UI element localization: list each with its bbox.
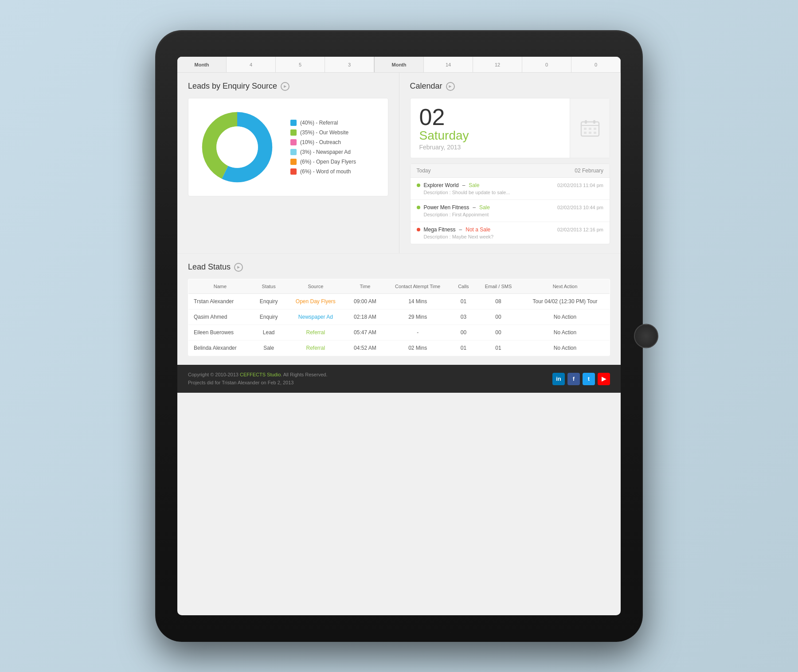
footer: Copyright © 2010-2013 CEFFECTS Studio. A… bbox=[177, 365, 621, 393]
svg-rect-11 bbox=[593, 120, 595, 124]
row4-email-sms: 01 bbox=[476, 340, 520, 356]
col-time: Time bbox=[345, 279, 384, 294]
leads-section-title: Leads by Enquiry Source ► bbox=[188, 82, 388, 91]
event-status-3: Not a Sale bbox=[466, 227, 490, 233]
legend-dot-openday bbox=[290, 159, 297, 165]
topbar-left-col2: 5 bbox=[276, 57, 325, 72]
event-time-1: 02/02/2013 11:04 pm bbox=[557, 183, 603, 188]
event-name-2: Power Men Fitness – Sale bbox=[417, 204, 490, 211]
svg-point-7 bbox=[216, 126, 258, 168]
col-calls: Calls bbox=[451, 279, 476, 294]
svg-rect-13 bbox=[589, 128, 591, 130]
col-status: Status bbox=[252, 279, 286, 294]
row4-source[interactable]: Referral bbox=[286, 340, 345, 356]
youtube-icon[interactable]: ▶ bbox=[598, 373, 610, 385]
table-row: Eileen Buerowes Lead Referral 05:47 AM -… bbox=[188, 325, 610, 340]
event-desc-3: Description : Maybe Next week? bbox=[417, 234, 604, 239]
facebook-icon[interactable]: f bbox=[567, 373, 580, 385]
row3-calls: 00 bbox=[451, 325, 476, 340]
lead-status-section: Lead Status ► Name Status Source Time Co… bbox=[177, 253, 621, 365]
table-row: Qasim Ahmed Enquiry Newspaper Ad 02:18 A… bbox=[188, 309, 610, 325]
row1-next-action: Tour 04/02 (12:30 PM) Tour bbox=[520, 294, 610, 309]
row3-time: 05:47 AM bbox=[345, 325, 384, 340]
today-label: Today bbox=[417, 168, 431, 174]
legend-item-outreach: (10%) - Outreach bbox=[290, 139, 356, 145]
col-contact-time: Contact Atempt Time bbox=[385, 279, 451, 294]
event-top-2: Power Men Fitness – Sale 02/02/2013 10:4… bbox=[417, 204, 604, 211]
row2-email-sms: 00 bbox=[476, 309, 520, 325]
svg-rect-12 bbox=[584, 128, 587, 130]
chart-legend: (40%) - Referral (35%) - Our Website (10… bbox=[290, 120, 356, 175]
row4-status: Sale bbox=[252, 340, 286, 356]
row3-email-sms: 00 bbox=[476, 325, 520, 340]
event-time-3: 02/02/2013 12:16 pm bbox=[557, 227, 603, 232]
row1-time: 09:00 AM bbox=[345, 294, 384, 309]
social-icons: in f t ▶ bbox=[552, 373, 610, 385]
row3-source[interactable]: Referral bbox=[286, 325, 345, 340]
row1-calls: 01 bbox=[451, 294, 476, 309]
twitter-icon[interactable]: t bbox=[583, 373, 595, 385]
legend-item-newspaper: (3%) - Newspaper Ad bbox=[290, 149, 356, 155]
calendar-section-title: Calendar ► bbox=[410, 82, 610, 91]
event-item-1: Explorer World – Sale 02/02/2013 11:04 p… bbox=[411, 178, 610, 200]
leads-info-icon[interactable]: ► bbox=[281, 82, 289, 91]
topbar-left-label: Month bbox=[177, 57, 227, 72]
topbar-left-col1: 4 bbox=[227, 57, 276, 72]
legend-item-website: (35%) - Our Website bbox=[290, 129, 356, 136]
legend-dot-outreach bbox=[290, 139, 297, 145]
legend-item-openday: (6%) - Open Day Flyers bbox=[290, 159, 356, 165]
col-source: Source bbox=[286, 279, 345, 294]
event-item-3: Mega Fitness – Not a Sale 02/02/2013 12:… bbox=[411, 222, 610, 244]
row2-calls: 03 bbox=[451, 309, 476, 325]
calendar-icon-block[interactable] bbox=[570, 98, 610, 158]
event-status-1: Sale bbox=[469, 182, 479, 188]
row1-email-sms: 08 bbox=[476, 294, 520, 309]
row3-next-action: No Action bbox=[520, 325, 610, 340]
linkedin-icon[interactable]: in bbox=[552, 373, 565, 385]
event-dot-2 bbox=[417, 206, 420, 209]
legend-dot-referral bbox=[290, 120, 297, 126]
topbar-right-label: Month bbox=[375, 57, 424, 72]
event-status-2: Sale bbox=[479, 204, 490, 211]
row2-next-action: No Action bbox=[520, 309, 610, 325]
home-button[interactable] bbox=[634, 324, 658, 348]
event-item-2: Power Men Fitness – Sale 02/02/2013 10:4… bbox=[411, 200, 610, 222]
main-content: Leads by Enquiry Source ► bbox=[177, 73, 621, 253]
legend-dot-website bbox=[290, 129, 297, 136]
row2-time: 02:18 AM bbox=[345, 309, 384, 325]
legend-item-referral: (40%) - Referral bbox=[290, 120, 356, 126]
cal-month: February, 2013 bbox=[419, 144, 561, 151]
events-container: Today 02 February Explorer World – Sale bbox=[410, 164, 610, 244]
event-name-3: Mega Fitness – Not a Sale bbox=[417, 227, 491, 233]
event-dot-3 bbox=[417, 228, 420, 231]
topbar-left-col3: 3 bbox=[325, 57, 374, 72]
row4-calls: 01 bbox=[451, 340, 476, 356]
event-top-1: Explorer World – Sale 02/02/2013 11:04 p… bbox=[417, 182, 604, 188]
left-panel: Leads by Enquiry Source ► bbox=[177, 73, 399, 253]
legend-dot-newspaper bbox=[290, 149, 297, 155]
legend-item-wordofmouth: (6%) - Word of mouth bbox=[290, 168, 356, 175]
row4-time: 04:52 AM bbox=[345, 340, 384, 356]
row1-name: Trstan Alexander bbox=[188, 294, 252, 309]
topbar-right-col2: 12 bbox=[473, 57, 522, 72]
topbar-right-col3: 0 bbox=[522, 57, 571, 72]
legend-dot-wordofmouth bbox=[290, 168, 297, 175]
svg-rect-17 bbox=[594, 132, 596, 134]
event-dot-1 bbox=[417, 184, 420, 187]
lead-status-info-icon[interactable]: ► bbox=[234, 263, 243, 272]
table-row: Belinda Alexander Sale Referral 04:52 AM… bbox=[188, 340, 610, 356]
lead-table: Name Status Source Time Contact Atempt T… bbox=[188, 279, 610, 356]
row2-source[interactable]: Newspaper Ad bbox=[286, 309, 345, 325]
event-desc-1: Description : Should be update to sale..… bbox=[417, 190, 604, 195]
row3-name: Eileen Buerowes bbox=[188, 325, 252, 340]
row4-next-action: No Action bbox=[520, 340, 610, 356]
footer-text: Copyright © 2010-2013 CEFFECTS Studio. A… bbox=[188, 371, 327, 387]
col-next-action: Next Action bbox=[520, 279, 610, 294]
tablet-screen: Month 4 5 3 Month 14 12 0 0 Leads by Enq… bbox=[177, 57, 621, 615]
cal-day-number: 02 bbox=[419, 105, 561, 129]
row4-name: Belinda Alexander bbox=[188, 340, 252, 356]
calendar-info-icon[interactable]: ► bbox=[446, 82, 455, 91]
table-row: Trstan Alexander Enquiry Open Day Flyers… bbox=[188, 294, 610, 309]
row1-source[interactable]: Open Day Flyers bbox=[286, 294, 345, 309]
event-name-1: Explorer World – Sale bbox=[417, 182, 480, 188]
